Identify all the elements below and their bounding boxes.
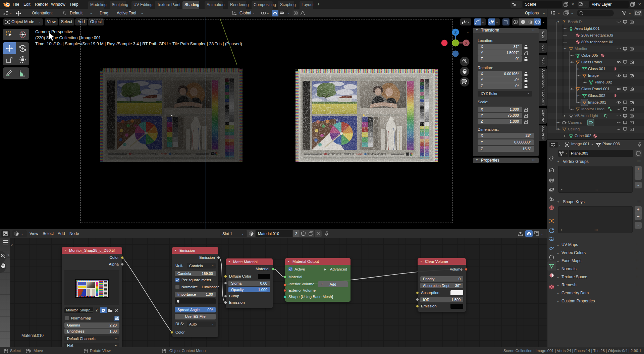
svg-text:X: X [465, 41, 468, 45]
svg-text:Z: Z [454, 31, 457, 35]
